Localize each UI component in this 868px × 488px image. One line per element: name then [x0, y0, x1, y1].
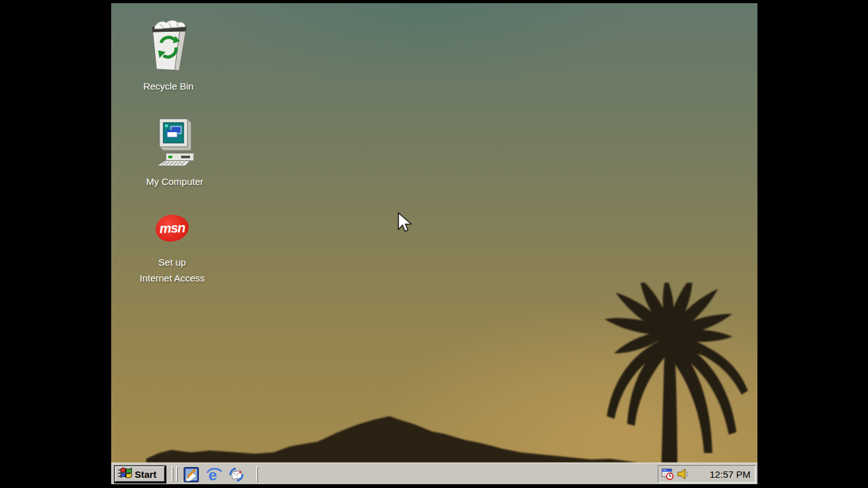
- internet-explorer-button[interactable]: e: [205, 466, 222, 483]
- desktop-wallpaper[interactable]: Recycle Bin My Computer: [111, 3, 757, 463]
- screen: Recycle Bin My Computer: [0, 0, 868, 488]
- msn-logo-icon: msn: [155, 214, 190, 243]
- desktop-icon-my-computer[interactable]: My Computer: [127, 116, 222, 189]
- windows-flag-icon: [118, 467, 133, 481]
- recycle-bin-icon: [146, 19, 191, 72]
- icon-label-line2: Internet Access: [140, 270, 205, 286]
- desktop-icon-recycle-bin[interactable]: Recycle Bin: [121, 19, 216, 94]
- tray-clock[interactable]: 12:57 PM: [710, 469, 750, 480]
- outlook-express-icon: [228, 466, 245, 483]
- toolbar-grip[interactable]: [176, 466, 178, 482]
- desktop-icon-msn-setup[interactable]: msn Set up Internet Access: [125, 215, 220, 286]
- my-computer-icon: [151, 116, 199, 170]
- internet-explorer-icon: e: [206, 466, 222, 483]
- icon-label-line1: Set up: [140, 254, 205, 270]
- volume-icon[interactable]: [676, 467, 691, 481]
- start-button[interactable]: Start: [114, 465, 166, 483]
- palm-tree-silhouette: [575, 283, 757, 463]
- icon-label: Recycle Bin: [143, 78, 193, 94]
- show-desktop-button[interactable]: [182, 466, 200, 483]
- msn-logo-text: msn: [159, 220, 185, 236]
- icon-label: My Computer: [146, 173, 203, 189]
- taskbar: Start e: [111, 463, 757, 484]
- system-tray: 12:57 PM: [658, 465, 756, 483]
- toolbar-grip[interactable]: [256, 466, 258, 482]
- icon-label: Set up Internet Access: [140, 254, 205, 286]
- start-button-label: Start: [135, 469, 156, 480]
- toolbar-grip[interactable]: [172, 466, 173, 482]
- outlook-express-button[interactable]: [227, 466, 245, 483]
- task-scheduler-icon[interactable]: [661, 467, 675, 481]
- show-desktop-icon: [183, 466, 200, 483]
